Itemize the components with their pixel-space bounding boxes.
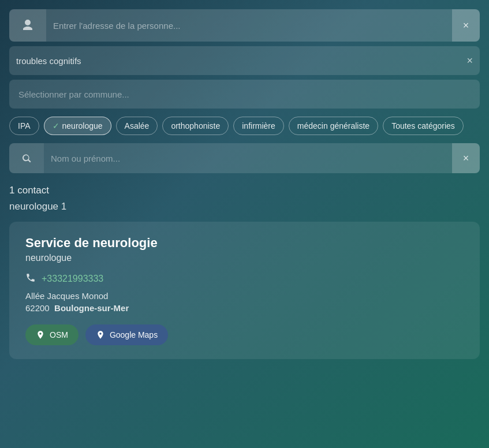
tag-neurologue-label: neurologue: [62, 121, 103, 130]
tag-orthophoniste-label: orthophoniste: [171, 121, 220, 130]
card-phone-row: +33321993333: [25, 272, 464, 285]
tag-toutes-categories-label: Toutes catégories: [391, 121, 455, 130]
check-icon: ✓: [53, 121, 59, 130]
tag-infirmiere[interactable]: infirmière: [233, 117, 284, 135]
search-icon: [9, 143, 44, 173]
tag-medecin-generaliste-label: médecin généraliste: [297, 121, 369, 130]
osm-button-label: OSM: [50, 330, 68, 339]
google-maps-button-label: Google Maps: [110, 330, 158, 339]
tag-neurologue[interactable]: ✓ neurologue: [44, 117, 111, 135]
tag-ipa[interactable]: IPA: [9, 117, 39, 135]
phone-link[interactable]: +33321993333: [42, 274, 103, 284]
name-clear-button[interactable]: ×: [452, 143, 480, 173]
tag-infirmiere-label: infirmière: [242, 121, 275, 130]
name-search-bar: ×: [9, 143, 480, 173]
filter-clear-button[interactable]: ×: [466, 55, 473, 67]
map-buttons: OSM Google Maps: [25, 324, 464, 345]
card-postal-code: 62200: [25, 303, 50, 313]
address-input[interactable]: [46, 12, 452, 40]
commune-input[interactable]: [18, 89, 471, 99]
card-city-name: Boulogne-sur-Mer: [54, 303, 129, 313]
tag-asalee-label: Asalée: [125, 121, 150, 130]
tag-toutes-categories[interactable]: Toutes catégories: [383, 117, 464, 135]
contact-card: Service de neurologie neurologue +333219…: [9, 222, 480, 359]
tag-asalee[interactable]: Asalée: [116, 117, 158, 135]
card-subtitle: neurologue: [25, 253, 464, 263]
tag-medecin-generaliste[interactable]: médecin généraliste: [289, 117, 378, 135]
filter-bar: troubles cognitifs ×: [9, 46, 480, 75]
phone-icon: [25, 272, 36, 285]
osm-button[interactable]: OSM: [25, 324, 79, 345]
results-label: neurologue 1: [9, 201, 480, 212]
name-input[interactable]: [44, 143, 452, 173]
google-maps-button[interactable]: Google Maps: [85, 324, 168, 345]
tag-ipa-label: IPA: [18, 121, 31, 130]
address-bar: ×: [9, 9, 480, 42]
results-count: 1 contact: [9, 185, 480, 196]
card-title: Service de neurologie: [25, 236, 464, 251]
card-address: Allée Jacques Monod: [25, 291, 464, 301]
filter-value: troubles cognitifs: [16, 56, 466, 66]
person-icon: [9, 9, 46, 42]
address-clear-button[interactable]: ×: [452, 9, 480, 42]
commune-bar: [9, 80, 480, 109]
tag-orthophoniste[interactable]: orthophoniste: [162, 117, 229, 135]
card-city: 62200 Boulogne-sur-Mer: [25, 303, 464, 313]
tags-container: IPA ✓ neurologue Asalée orthophoniste in…: [9, 117, 480, 135]
